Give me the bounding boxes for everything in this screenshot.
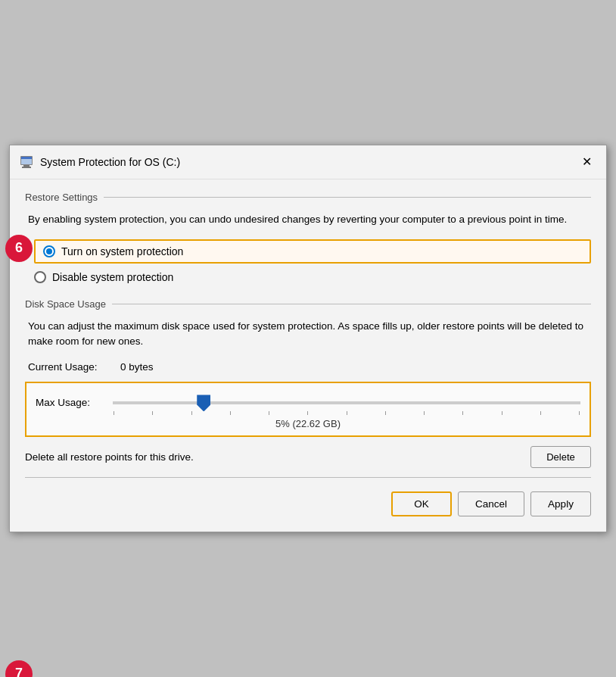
radio-disable-circle (34, 271, 46, 283)
restore-settings-description: By enabling system protection, you can u… (25, 212, 591, 227)
radio-turn-on-label: Turn on system protection (61, 245, 183, 257)
svg-rect-1 (23, 165, 30, 167)
disk-space-description: You can adjust the maximum disk space us… (25, 319, 591, 350)
tick-11 (502, 411, 502, 415)
dialog-content: Restore Settings By enabling system prot… (10, 179, 606, 532)
current-usage-value: 0 bytes (120, 361, 154, 373)
ok-button[interactable]: OK (391, 491, 452, 516)
radio-group: Turn on system protection Disable system… (25, 239, 591, 283)
restore-settings-title: Restore Settings (25, 192, 98, 203)
slider-value-text: 5% (22.62 GB) (36, 418, 580, 429)
tick-10 (462, 411, 463, 415)
delete-section: Delete all restore points for this drive… (25, 446, 591, 468)
svg-rect-4 (21, 157, 32, 159)
disk-space-divider (112, 304, 591, 304)
slider-header: Max Usage: (36, 391, 580, 413)
tick-7 (347, 411, 347, 415)
restore-settings-divider (104, 197, 591, 198)
restore-settings-header: Restore Settings (25, 192, 591, 203)
step-badge-6: 6 (5, 235, 33, 262)
footer-buttons: OK Cancel Apply (25, 485, 591, 519)
tick-9 (424, 411, 425, 415)
footer-divider (25, 477, 591, 478)
title-bar: System Protection for OS (C:) ✕ (10, 145, 606, 179)
disk-space-title: Disk Space Usage (25, 298, 106, 310)
slider-ticks (113, 411, 580, 415)
window-icon (19, 154, 34, 170)
current-usage-row: Current Usage: 0 bytes (25, 361, 591, 373)
apply-button[interactable]: Apply (530, 491, 591, 516)
current-usage-label: Current Usage: (28, 361, 111, 373)
svg-rect-2 (22, 167, 31, 168)
max-usage-label: Max Usage: (36, 397, 104, 408)
radio-turn-on-circle (43, 245, 55, 257)
tick-3 (191, 411, 192, 415)
disk-space-section: Disk Space Usage You can adjust the maxi… (25, 298, 591, 469)
delete-description: Delete all restore points for this drive… (25, 451, 194, 463)
step-badge-7: 7 (5, 660, 33, 677)
radio-turn-on[interactable]: Turn on system protection (34, 239, 591, 264)
tick-2 (152, 411, 153, 415)
system-protection-dialog: 6 7 8 System Protection for OS (C:) ✕ Re… (9, 145, 607, 533)
delete-button[interactable]: Delete (530, 446, 591, 468)
tick-13 (579, 411, 580, 415)
max-usage-slider-container: Max Usage: (25, 382, 591, 437)
tick-4 (230, 411, 231, 415)
tick-1 (114, 411, 114, 415)
radio-disable[interactable]: Disable system protection (34, 271, 591, 283)
window-title: System Protection for OS (C:) (40, 156, 180, 168)
tick-8 (385, 411, 386, 415)
tick-5 (269, 411, 269, 415)
disk-space-header: Disk Space Usage (25, 298, 591, 310)
tick-12 (540, 411, 541, 415)
title-bar-left: System Protection for OS (C:) (19, 154, 180, 170)
cancel-button[interactable]: Cancel (458, 491, 524, 516)
radio-disable-label: Disable system protection (52, 271, 173, 283)
tick-6 (307, 411, 308, 415)
slider-track-wrapper (113, 391, 580, 413)
close-button[interactable]: ✕ (576, 151, 597, 173)
